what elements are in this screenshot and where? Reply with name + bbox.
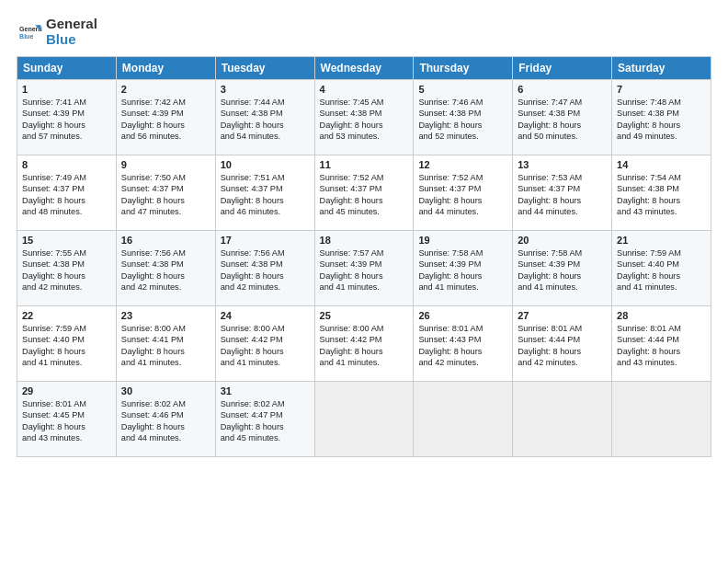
- day-number: 8: [22, 159, 111, 170]
- day-info-line: Sunrise: 7:41 AM: [22, 97, 111, 108]
- calendar-cell: 18Sunrise: 7:57 AMSunset: 4:39 PMDayligh…: [314, 231, 414, 306]
- day-number: 17: [221, 235, 310, 246]
- calendar-cell: 14Sunrise: 7:54 AMSunset: 4:38 PMDayligh…: [612, 155, 711, 231]
- calendar-cell: 25Sunrise: 8:00 AMSunset: 4:42 PMDayligh…: [314, 306, 414, 382]
- day-header-thursday: Thursday: [414, 57, 513, 80]
- day-info-line: Daylight: 8 hours: [617, 270, 706, 282]
- logo-icon: General Blue: [17, 19, 42, 45]
- day-info-line: Sunrise: 8:02 AM: [221, 398, 310, 409]
- day-info-line: Sunset: 4:37 PM: [518, 183, 607, 194]
- calendar-cell: 1Sunrise: 7:41 AMSunset: 4:39 PMDaylight…: [17, 80, 117, 155]
- day-info-line: and 49 minutes.: [617, 131, 706, 142]
- day-info-line: Sunrise: 7:52 AM: [418, 172, 507, 183]
- day-info-line: Sunset: 4:39 PM: [320, 259, 409, 270]
- day-number: 25: [320, 310, 409, 321]
- header: General Blue GeneralBlue: [17, 17, 711, 47]
- calendar-cell: 7Sunrise: 7:48 AMSunset: 4:38 PMDaylight…: [612, 80, 711, 155]
- day-info-line: Daylight: 8 hours: [418, 195, 507, 206]
- calendar-cell: 3Sunrise: 7:44 AMSunset: 4:38 PMDaylight…: [215, 80, 314, 155]
- day-info-line: and 47 minutes.: [121, 206, 210, 217]
- calendar-cell: 13Sunrise: 7:53 AMSunset: 4:37 PMDayligh…: [513, 155, 612, 231]
- day-number: 30: [121, 385, 210, 396]
- day-info-line: Daylight: 8 hours: [221, 270, 310, 282]
- day-info-line: Daylight: 8 hours: [22, 195, 111, 206]
- day-info-line: and 54 minutes.: [221, 131, 310, 142]
- day-info-line: Sunset: 4:38 PM: [221, 108, 310, 119]
- calendar-cell: 5Sunrise: 7:46 AMSunset: 4:38 PMDaylight…: [414, 80, 513, 155]
- day-number: 16: [121, 235, 210, 246]
- day-info-line: Daylight: 8 hours: [320, 195, 409, 206]
- day-info-line: Sunrise: 7:57 AM: [320, 247, 409, 259]
- day-info-line: Sunrise: 7:52 AM: [320, 172, 409, 183]
- day-number: 26: [418, 310, 507, 321]
- calendar-cell: 21Sunrise: 7:59 AMSunset: 4:40 PMDayligh…: [612, 231, 711, 306]
- day-info-line: Daylight: 8 hours: [221, 120, 310, 131]
- day-info-line: Daylight: 8 hours: [418, 270, 507, 282]
- day-info-line: Sunset: 4:42 PM: [320, 334, 409, 345]
- day-info-line: Sunrise: 7:53 AM: [518, 172, 607, 183]
- day-info-line: and 45 minutes.: [320, 206, 409, 217]
- calendar: SundayMondayTuesdayWednesdayThursdayFrid…: [17, 56, 711, 457]
- calendar-cell: 30Sunrise: 8:02 AMSunset: 4:46 PMDayligh…: [116, 382, 215, 457]
- day-info-line: Daylight: 8 hours: [617, 346, 706, 357]
- day-info-line: Daylight: 8 hours: [22, 270, 111, 282]
- day-info-line: Sunset: 4:38 PM: [617, 183, 706, 194]
- day-number: 28: [617, 310, 706, 321]
- day-info-line: Sunset: 4:40 PM: [22, 334, 111, 345]
- day-number: 10: [221, 159, 310, 170]
- day-number: 19: [418, 235, 507, 246]
- day-info-line: and 42 minutes.: [121, 282, 210, 293]
- day-header-sunday: Sunday: [17, 57, 117, 80]
- day-info-line: Sunrise: 7:59 AM: [22, 323, 111, 334]
- day-info-line: Daylight: 8 hours: [518, 195, 607, 206]
- calendar-cell: 8Sunrise: 7:49 AMSunset: 4:37 PMDaylight…: [17, 155, 117, 231]
- calendar-cell: [612, 382, 711, 457]
- day-info-line: Sunrise: 8:02 AM: [121, 398, 210, 409]
- day-info-line: Sunrise: 7:51 AM: [221, 172, 310, 183]
- day-info-line: Daylight: 8 hours: [121, 120, 210, 131]
- day-info-line: Sunrise: 7:55 AM: [22, 247, 111, 259]
- day-info-line: and 41 minutes.: [121, 357, 210, 368]
- day-header-friday: Friday: [513, 57, 612, 80]
- calendar-cell: 17Sunrise: 7:56 AMSunset: 4:38 PMDayligh…: [215, 231, 314, 306]
- day-header-wednesday: Wednesday: [314, 57, 414, 80]
- day-info-line: Daylight: 8 hours: [22, 346, 111, 357]
- day-info-line: Sunrise: 8:01 AM: [22, 398, 111, 409]
- day-info-line: Daylight: 8 hours: [320, 120, 409, 131]
- header-row: SundayMondayTuesdayWednesdayThursdayFrid…: [17, 57, 711, 80]
- day-info-line: Daylight: 8 hours: [121, 421, 210, 432]
- day-info-line: Daylight: 8 hours: [617, 120, 706, 131]
- day-info-line: and 57 minutes.: [22, 131, 111, 142]
- day-info-line: Daylight: 8 hours: [22, 421, 111, 432]
- day-info-line: Sunrise: 7:58 AM: [518, 247, 607, 259]
- day-info-line: Sunrise: 7:54 AM: [617, 172, 706, 183]
- day-info-line: Sunset: 4:38 PM: [320, 108, 409, 119]
- day-info-line: and 52 minutes.: [418, 131, 507, 142]
- day-info-line: and 42 minutes.: [518, 357, 607, 368]
- calendar-cell: [314, 382, 414, 457]
- day-info-line: and 42 minutes.: [418, 357, 507, 368]
- calendar-cell: 29Sunrise: 8:01 AMSunset: 4:45 PMDayligh…: [17, 382, 117, 457]
- day-number: 21: [617, 235, 706, 246]
- day-info-line: Sunrise: 8:01 AM: [617, 323, 706, 334]
- calendar-cell: 22Sunrise: 7:59 AMSunset: 4:40 PMDayligh…: [17, 306, 117, 382]
- day-number: 24: [221, 310, 310, 321]
- day-info-line: Sunset: 4:39 PM: [518, 259, 607, 270]
- calendar-cell: [513, 382, 612, 457]
- day-info-line: Sunrise: 8:01 AM: [418, 323, 507, 334]
- day-info-line: Sunset: 4:38 PM: [418, 108, 507, 119]
- day-info-line: Sunset: 4:42 PM: [221, 334, 310, 345]
- day-info-line: Sunset: 4:38 PM: [22, 259, 111, 270]
- day-info-line: and 48 minutes.: [22, 206, 111, 217]
- day-info-line: Sunset: 4:40 PM: [617, 259, 706, 270]
- calendar-cell: 28Sunrise: 8:01 AMSunset: 4:44 PMDayligh…: [612, 306, 711, 382]
- day-info-line: Sunset: 4:41 PM: [121, 334, 210, 345]
- calendar-cell: 2Sunrise: 7:42 AMSunset: 4:39 PMDaylight…: [116, 80, 215, 155]
- calendar-cell: 26Sunrise: 8:01 AMSunset: 4:43 PMDayligh…: [414, 306, 513, 382]
- day-info-line: Sunrise: 7:59 AM: [617, 247, 706, 259]
- day-info-line: Daylight: 8 hours: [22, 120, 111, 131]
- day-info-line: and 41 minutes.: [418, 282, 507, 293]
- day-info-line: and 44 minutes.: [518, 206, 607, 217]
- day-info-line: and 45 minutes.: [221, 432, 310, 443]
- day-info-line: Daylight: 8 hours: [518, 346, 607, 357]
